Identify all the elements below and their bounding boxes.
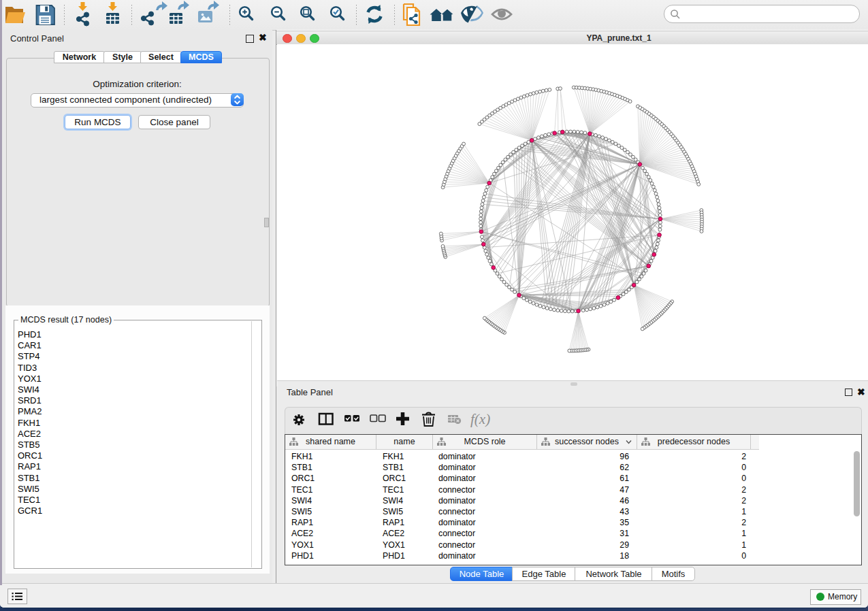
svg-text:f(x): f(x) <box>470 411 490 427</box>
